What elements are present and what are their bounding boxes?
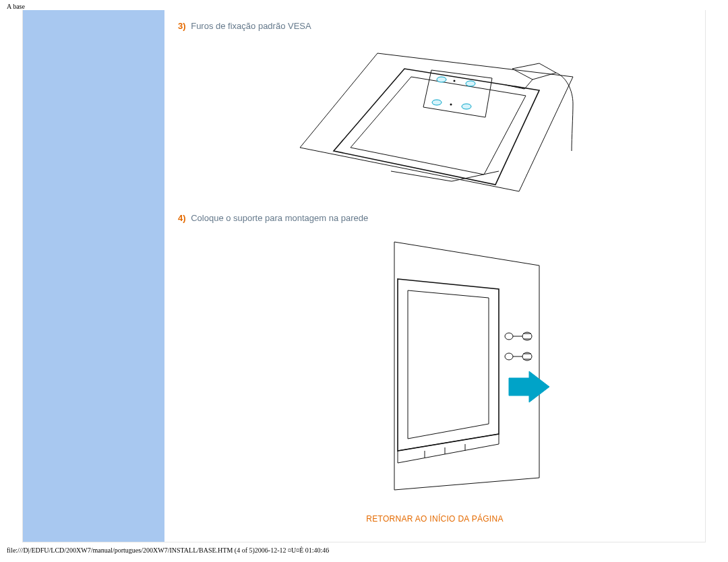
step-4-text: Coloque o suporte para montagem na pared…	[191, 213, 368, 223]
svg-point-18	[505, 333, 513, 340]
svg-point-5	[437, 77, 446, 82]
step-3-text: Furos de fixação padrão VESA	[191, 21, 311, 31]
screw-icon	[505, 352, 532, 361]
svg-point-23	[505, 353, 513, 360]
content-frame: 3) Furos de fixação padrão VESA	[22, 10, 706, 542]
sidebar	[23, 10, 164, 542]
svg-marker-11	[394, 242, 539, 490]
svg-marker-28	[509, 371, 549, 402]
page-path-footer: file:///D|/EDFU/LCD/200XW7/manual/portug…	[0, 542, 728, 554]
svg-point-10	[450, 104, 452, 106]
svg-point-9	[454, 80, 456, 82]
illustration-vesa-holes	[178, 36, 692, 205]
arrow-right-icon	[509, 371, 549, 402]
back-to-top-link-wrap: RETORNAR AO INÍCIO DA PÁGINA	[178, 514, 692, 524]
step-3-number: 3)	[178, 21, 186, 31]
step-3-heading: 3) Furos de fixação padrão VESA	[178, 21, 692, 31]
svg-marker-1	[334, 69, 539, 185]
step-4-heading: 4) Coloque o suporte para montagem na pa…	[178, 213, 692, 223]
svg-marker-14	[398, 434, 499, 463]
step-4-number: 4)	[178, 213, 186, 223]
window-title: A base	[0, 0, 728, 10]
main-content: 3) Furos de fixação padrão VESA	[164, 10, 705, 542]
illustration-wall-mount	[178, 228, 692, 498]
svg-point-6	[466, 81, 475, 86]
screw-icon	[505, 332, 532, 340]
svg-marker-13	[408, 290, 489, 439]
svg-point-7	[432, 100, 442, 105]
svg-point-8	[462, 104, 471, 109]
back-to-top-link[interactable]: RETORNAR AO INÍCIO DA PÁGINA	[366, 514, 504, 524]
svg-marker-3	[512, 63, 556, 80]
page: A base 3) Furos de fixação padrão VESA	[0, 0, 728, 562]
